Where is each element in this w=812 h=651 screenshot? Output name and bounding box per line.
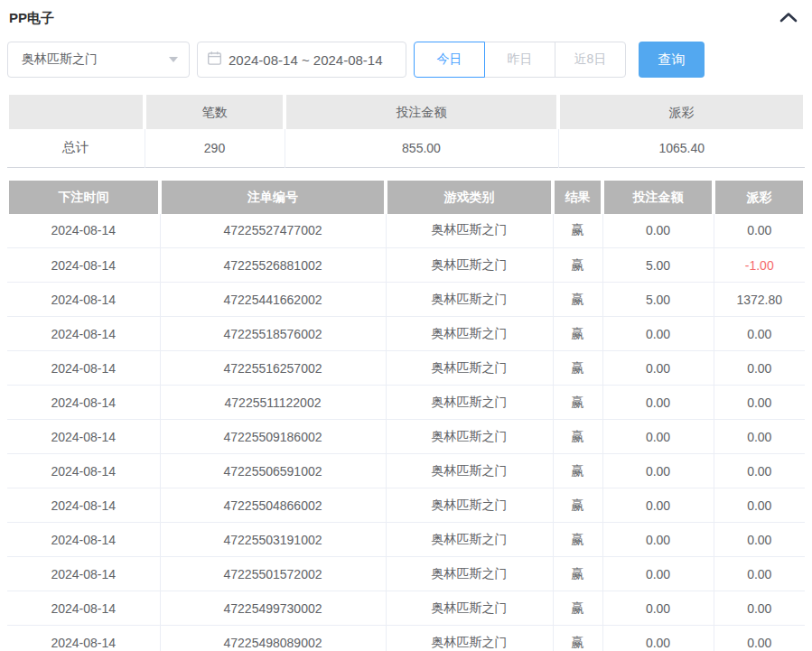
bet-time-cell: 2024-08-14	[7, 351, 160, 386]
yesterday-button[interactable]: 昨日	[484, 42, 555, 78]
bet-time-cell: 2024-08-14	[7, 214, 160, 248]
bet-time-cell: 2024-08-14	[7, 420, 160, 454]
bet-id-cell: 47225441662002	[160, 283, 386, 317]
result-cell: 赢	[553, 488, 602, 523]
bet-amount-cell: 0.00	[602, 214, 714, 248]
result-cell: 赢	[553, 557, 602, 591]
game-type-cell: 奥林匹斯之门	[386, 386, 553, 420]
result-cell: 赢	[553, 248, 602, 283]
game-type-cell: 奥林匹斯之门	[386, 420, 553, 454]
bet-time-cell: 2024-08-14	[7, 283, 160, 317]
last-8-days-button[interactable]: 近8日	[555, 42, 626, 78]
result-cell: 赢	[553, 626, 602, 651]
game-select[interactable]: 奥林匹斯之门	[7, 42, 190, 78]
payout-cell: 0.00	[714, 214, 805, 248]
bet-time-cell: 2024-08-14	[7, 454, 160, 488]
summary-table: 笔数 投注金额 派彩 总计 290 855.00 1065.40	[7, 95, 805, 168]
query-button[interactable]: 查询	[639, 42, 705, 78]
table-row: 2024-08-1447225526881002奥林匹斯之门赢5.00-1.00	[7, 248, 805, 283]
summary-total-payout: 1065.40	[558, 129, 805, 167]
bet-amount-cell: 0.00	[602, 488, 714, 523]
bet-amount-cell: 0.00	[602, 454, 714, 488]
result-cell: 赢	[553, 523, 602, 557]
bet-time-cell: 2024-08-14	[7, 591, 160, 626]
col-bet-id: 注单编号	[162, 181, 384, 214]
bet-amount-cell: 5.00	[602, 248, 714, 283]
bet-amount-cell: 0.00	[602, 557, 714, 591]
summary-header-row: 笔数 投注金额 派彩	[7, 95, 805, 129]
game-select-value: 奥林匹斯之门	[22, 51, 98, 68]
table-row: 2024-08-1447225516257002奥林匹斯之门赢0.000.00	[7, 351, 805, 386]
game-type-cell: 奥林匹斯之门	[386, 626, 553, 651]
summary-col-bet-amount: 投注金额	[286, 95, 556, 129]
payout-cell: 1372.80	[714, 283, 805, 317]
result-cell: 赢	[553, 591, 602, 626]
table-row: 2024-08-1447225509186002奥林匹斯之门赢0.000.00	[7, 420, 805, 454]
payout-cell: 0.00	[714, 454, 805, 488]
bet-amount-cell: 0.00	[602, 626, 714, 651]
result-cell: 赢	[553, 283, 602, 317]
pp-games-panel: PP电子 奥林匹斯之门 2024-08-14 ~ 2	[0, 0, 812, 651]
payout-cell: 0.00	[714, 488, 805, 523]
bet-id-cell: 47225526881002	[160, 248, 386, 283]
table-header-row: 下注时间 注单编号 游戏类别 结果 投注金额 派彩	[7, 181, 805, 214]
payout-cell: 0.00	[714, 523, 805, 557]
payout-cell: 0.00	[714, 420, 805, 454]
table-row: 2024-08-1447225499730002奥林匹斯之门赢0.000.00	[7, 591, 805, 626]
date-range-input[interactable]: 2024-08-14 ~ 2024-08-14	[197, 42, 406, 78]
table-row: 2024-08-1447225503191002奥林匹斯之门赢0.000.00	[7, 523, 805, 557]
game-type-cell: 奥林匹斯之门	[386, 283, 553, 317]
game-type-cell: 奥林匹斯之门	[386, 248, 553, 283]
bet-id-cell: 47225503191002	[160, 523, 386, 557]
bet-amount-cell: 0.00	[602, 523, 714, 557]
table-row: 2024-08-1447225506591002奥林匹斯之门赢0.000.00	[7, 454, 805, 488]
summary-total-bet-amount: 855.00	[285, 129, 558, 167]
table-row: 2024-08-1447225504866002奥林匹斯之门赢0.000.00	[7, 488, 805, 523]
date-range-value: 2024-08-14 ~ 2024-08-14	[229, 52, 383, 68]
bet-time-cell: 2024-08-14	[7, 248, 160, 283]
today-button[interactable]: 今日	[414, 42, 485, 78]
table-row: 2024-08-1447225441662002奥林匹斯之门赢5.001372.…	[7, 283, 805, 317]
result-cell: 赢	[553, 386, 602, 420]
bet-time-cell: 2024-08-14	[7, 386, 160, 420]
game-type-cell: 奥林匹斯之门	[386, 523, 553, 557]
bet-id-cell: 47225516257002	[160, 351, 386, 386]
summary-col-payout: 派彩	[560, 95, 803, 129]
panel-title: PP电子	[9, 10, 54, 27]
summary-total-row: 总计 290 855.00 1065.40	[7, 129, 805, 167]
col-game-type: 游戏类别	[387, 181, 551, 214]
collapse-panel-button[interactable]	[774, 9, 803, 27]
bet-records-table: 下注时间 注单编号 游戏类别 结果 投注金额 派彩 2024-08-144722…	[7, 181, 805, 651]
bet-id-cell: 47225501572002	[160, 557, 386, 591]
summary-col-blank	[9, 95, 143, 129]
bet-amount-cell: 0.00	[602, 386, 714, 420]
bet-amount-cell: 0.00	[602, 351, 714, 386]
table-row: 2024-08-1447225501572002奥林匹斯之门赢0.000.00	[7, 557, 805, 591]
col-bet-time: 下注时间	[9, 181, 158, 214]
result-cell: 赢	[553, 214, 602, 248]
table-row: 2024-08-1447225527477002奥林匹斯之门赢0.000.00	[7, 214, 805, 248]
bet-time-cell: 2024-08-14	[7, 523, 160, 557]
game-type-cell: 奥林匹斯之门	[386, 488, 553, 523]
game-type-cell: 奥林匹斯之门	[386, 454, 553, 488]
bet-id-cell: 47225509186002	[160, 420, 386, 454]
payout-cell: 0.00	[714, 591, 805, 626]
result-cell: 赢	[553, 454, 602, 488]
table-row: 2024-08-1447225518576002奥林匹斯之门赢0.000.00	[7, 317, 805, 351]
bet-time-cell: 2024-08-14	[7, 626, 160, 651]
col-payout: 派彩	[715, 181, 803, 214]
payout-cell: -1.00	[714, 248, 805, 283]
game-type-cell: 奥林匹斯之门	[386, 214, 553, 248]
payout-cell: 0.00	[714, 557, 805, 591]
bet-amount-cell: 0.00	[602, 420, 714, 454]
col-bet-amount: 投注金额	[604, 181, 712, 214]
chevron-up-icon	[779, 12, 798, 25]
summary-total-label: 总计	[7, 129, 145, 167]
result-cell: 赢	[553, 317, 602, 351]
summary-col-count: 笔数	[146, 95, 283, 129]
payout-cell: 0.00	[714, 351, 805, 386]
caret-down-icon	[169, 57, 178, 62]
quick-date-button-group: 今日 昨日 近8日	[414, 42, 626, 78]
bet-time-cell: 2024-08-14	[7, 488, 160, 523]
bet-id-cell: 47225506591002	[160, 454, 386, 488]
